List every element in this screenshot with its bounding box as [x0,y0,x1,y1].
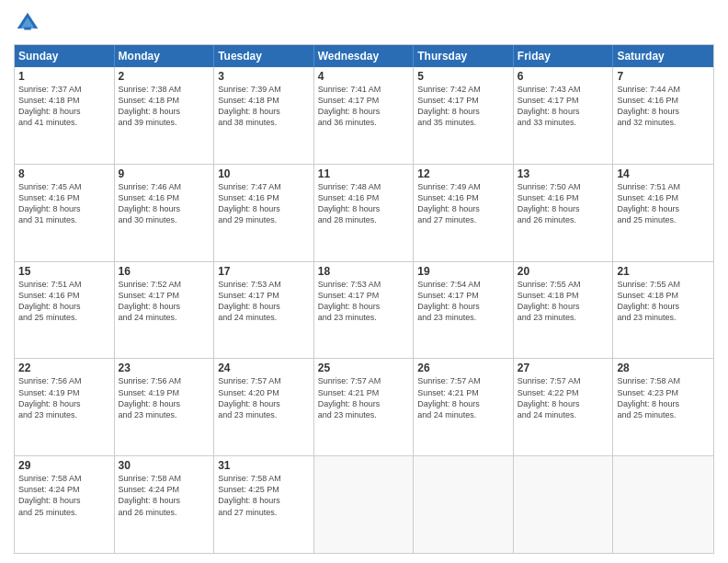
calendar-cell-w1d4: 5Sunrise: 7:42 AMSunset: 4:17 PMDaylight… [414,67,514,164]
day-number: 26 [417,362,509,374]
day-number: 6 [518,70,609,83]
calendar-cell-w4d0: 22Sunrise: 7:56 AMSunset: 4:19 PMDayligh… [15,359,115,455]
day-info: Sunrise: 7:57 AMSunset: 4:21 PMDaylight:… [318,375,410,420]
day-info: Sunrise: 7:48 AMSunset: 4:16 PMDaylight:… [318,181,410,226]
day-number: 11 [318,167,410,180]
calendar-cell-w3d5: 20Sunrise: 7:55 AMSunset: 4:18 PMDayligh… [514,262,614,359]
header-day-tuesday: Tuesday [214,45,314,67]
svg-rect-2 [24,28,31,30]
page: SundayMondayTuesdayWednesdayThursdayFrid… [0,0,728,563]
day-info: Sunrise: 7:44 AMSunset: 4:16 PMDaylight:… [617,84,710,129]
calendar-cell-w3d3: 18Sunrise: 7:53 AMSunset: 4:17 PMDayligh… [314,262,415,359]
day-number: 4 [318,70,410,83]
day-info: Sunrise: 7:53 AMSunset: 4:17 PMDaylight:… [218,279,310,324]
day-number: 12 [417,167,509,180]
day-info: Sunrise: 7:55 AMSunset: 4:18 PMDaylight:… [617,279,710,324]
calendar-cell-w4d1: 23Sunrise: 7:56 AMSunset: 4:19 PMDayligh… [115,359,215,455]
day-info: Sunrise: 7:54 AMSunset: 4:17 PMDaylight:… [417,279,509,324]
day-number: 21 [617,265,710,278]
day-number: 7 [617,70,710,83]
calendar-cell-w5d3 [314,456,415,553]
day-info: Sunrise: 7:46 AMSunset: 4:16 PMDaylight:… [119,181,210,226]
day-number: 2 [119,70,210,83]
day-info: Sunrise: 7:52 AMSunset: 4:17 PMDaylight:… [119,279,210,324]
day-number: 15 [18,265,110,278]
day-info: Sunrise: 7:50 AMSunset: 4:16 PMDaylight:… [518,181,609,226]
day-number: 9 [119,167,210,180]
day-info: Sunrise: 7:58 AMSunset: 4:24 PMDaylight:… [119,473,210,518]
day-info: Sunrise: 7:56 AMSunset: 4:19 PMDaylight:… [18,375,110,420]
day-number: 22 [18,362,110,374]
calendar-body: 1Sunrise: 7:37 AMSunset: 4:18 PMDaylight… [15,67,713,553]
calendar-cell-w3d0: 15Sunrise: 7:51 AMSunset: 4:16 PMDayligh… [15,262,115,359]
day-number: 24 [218,362,310,374]
calendar-week-2: 8Sunrise: 7:45 AMSunset: 4:16 PMDaylight… [15,164,713,261]
calendar-cell-w2d4: 12Sunrise: 7:49 AMSunset: 4:16 PMDayligh… [414,165,514,261]
day-info: Sunrise: 7:37 AMSunset: 4:18 PMDaylight:… [18,84,110,129]
calendar-cell-w1d3: 4Sunrise: 7:41 AMSunset: 4:17 PMDaylight… [314,67,415,164]
calendar-cell-w4d6: 28Sunrise: 7:58 AMSunset: 4:23 PMDayligh… [613,359,713,455]
day-info: Sunrise: 7:41 AMSunset: 4:17 PMDaylight:… [318,84,410,129]
header [14,9,714,37]
logo [14,9,45,37]
calendar-cell-w1d1: 2Sunrise: 7:38 AMSunset: 4:18 PMDaylight… [115,67,215,164]
day-number: 10 [218,167,310,180]
day-info: Sunrise: 7:43 AMSunset: 4:17 PMDaylight:… [518,84,609,129]
day-info: Sunrise: 7:42 AMSunset: 4:17 PMDaylight:… [417,84,509,129]
calendar-cell-w5d1: 30Sunrise: 7:58 AMSunset: 4:24 PMDayligh… [115,456,215,553]
day-number: 14 [617,167,710,180]
day-info: Sunrise: 7:38 AMSunset: 4:18 PMDaylight:… [119,84,210,129]
day-number: 1 [18,70,110,83]
day-info: Sunrise: 7:57 AMSunset: 4:22 PMDaylight:… [518,375,609,420]
day-info: Sunrise: 7:53 AMSunset: 4:17 PMDaylight:… [318,279,410,324]
header-day-sunday: Sunday [15,45,115,67]
calendar-cell-w1d0: 1Sunrise: 7:37 AMSunset: 4:18 PMDaylight… [15,67,115,164]
calendar-week-4: 22Sunrise: 7:56 AMSunset: 4:19 PMDayligh… [15,358,713,455]
header-day-monday: Monday [115,45,215,67]
calendar: SundayMondayTuesdayWednesdayThursdayFrid… [14,44,714,554]
day-number: 28 [617,362,710,374]
calendar-cell-w3d2: 17Sunrise: 7:53 AMSunset: 4:17 PMDayligh… [214,262,314,359]
calendar-cell-w3d1: 16Sunrise: 7:52 AMSunset: 4:17 PMDayligh… [115,262,215,359]
day-info: Sunrise: 7:57 AMSunset: 4:20 PMDaylight:… [218,375,310,420]
calendar-header-row: SundayMondayTuesdayWednesdayThursdayFrid… [15,45,713,67]
header-day-wednesday: Wednesday [314,45,415,67]
logo-icon [14,9,41,37]
calendar-cell-w5d0: 29Sunrise: 7:58 AMSunset: 4:24 PMDayligh… [15,456,115,553]
day-number: 16 [119,265,210,278]
day-number: 8 [18,167,110,180]
calendar-cell-w2d6: 14Sunrise: 7:51 AMSunset: 4:16 PMDayligh… [613,165,713,261]
calendar-cell-w2d2: 10Sunrise: 7:47 AMSunset: 4:16 PMDayligh… [214,165,314,261]
day-number: 23 [119,362,210,374]
day-info: Sunrise: 7:49 AMSunset: 4:16 PMDaylight:… [417,181,509,226]
day-info: Sunrise: 7:51 AMSunset: 4:16 PMDaylight:… [617,181,710,226]
header-day-saturday: Saturday [613,45,713,67]
calendar-week-3: 15Sunrise: 7:51 AMSunset: 4:16 PMDayligh… [15,261,713,359]
day-number: 30 [119,459,210,472]
calendar-cell-w1d5: 6Sunrise: 7:43 AMSunset: 4:17 PMDaylight… [514,67,614,164]
calendar-week-5: 29Sunrise: 7:58 AMSunset: 4:24 PMDayligh… [15,455,713,553]
day-number: 25 [318,362,410,374]
calendar-cell-w1d2: 3Sunrise: 7:39 AMSunset: 4:18 PMDaylight… [214,67,314,164]
day-info: Sunrise: 7:57 AMSunset: 4:21 PMDaylight:… [417,375,509,420]
day-info: Sunrise: 7:55 AMSunset: 4:18 PMDaylight:… [518,279,609,324]
calendar-cell-w4d2: 24Sunrise: 7:57 AMSunset: 4:20 PMDayligh… [214,359,314,455]
calendar-cell-w4d4: 26Sunrise: 7:57 AMSunset: 4:21 PMDayligh… [414,359,514,455]
day-info: Sunrise: 7:51 AMSunset: 4:16 PMDaylight:… [18,279,110,324]
calendar-cell-w4d3: 25Sunrise: 7:57 AMSunset: 4:21 PMDayligh… [314,359,415,455]
day-info: Sunrise: 7:56 AMSunset: 4:19 PMDaylight:… [119,375,210,420]
calendar-cell-w2d1: 9Sunrise: 7:46 AMSunset: 4:16 PMDaylight… [115,165,215,261]
calendar-cell-w1d6: 7Sunrise: 7:44 AMSunset: 4:16 PMDaylight… [613,67,713,164]
day-info: Sunrise: 7:47 AMSunset: 4:16 PMDaylight:… [218,181,310,226]
calendar-cell-w3d4: 19Sunrise: 7:54 AMSunset: 4:17 PMDayligh… [414,262,514,359]
day-number: 29 [18,459,110,472]
day-info: Sunrise: 7:58 AMSunset: 4:24 PMDaylight:… [18,473,110,518]
header-day-friday: Friday [514,45,614,67]
calendar-cell-w5d4 [414,456,514,553]
day-info: Sunrise: 7:58 AMSunset: 4:25 PMDaylight:… [218,473,310,518]
day-number: 27 [518,362,609,374]
calendar-cell-w5d2: 31Sunrise: 7:58 AMSunset: 4:25 PMDayligh… [214,456,314,553]
calendar-cell-w3d6: 21Sunrise: 7:55 AMSunset: 4:18 PMDayligh… [613,262,713,359]
day-number: 17 [218,265,310,278]
day-number: 13 [518,167,609,180]
